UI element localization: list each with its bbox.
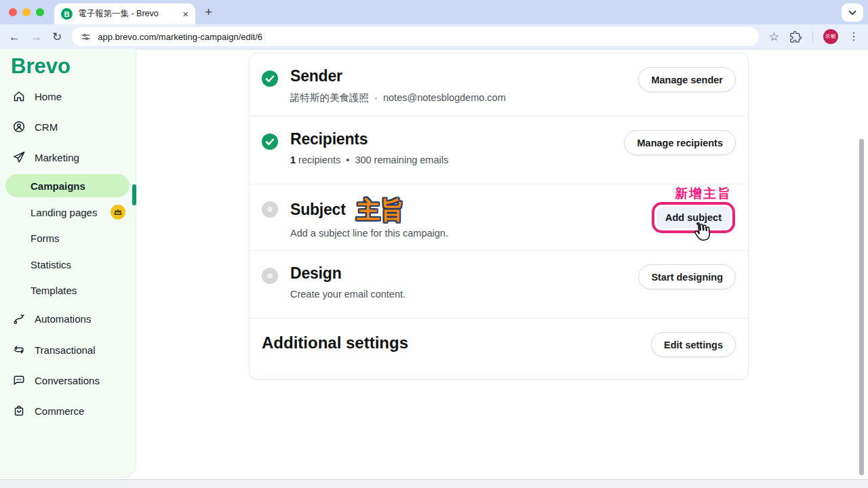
sidebar-label: Marketing [35,152,79,163]
sidebar-label: Landing pages [31,207,97,218]
sidebar-label: Home [35,91,62,102]
manage-sender-button[interactable]: Manage sender [638,67,736,92]
tab-search-chevron-button[interactable] [842,3,863,22]
sender-name: 諾特斯的美食護照 [290,92,369,103]
sidebar-item-landing-pages[interactable]: Landing pages [5,201,130,224]
sidebar-item-forms[interactable]: Forms [5,226,130,249]
sender-step-row: Sender 諾特斯的美食護照 · notes@notesblogdemo.co… [250,54,748,116]
sidebar-label: Templates [31,285,77,296]
hand-cursor-icon [690,221,712,246]
separator: · [374,92,378,103]
recipients-step-row: Recipients 1 recipients • 300 remaining … [250,116,748,184]
start-designing-button[interactable]: Start designing [638,264,736,289]
design-step-row: Design Create your email content. Start … [250,250,748,318]
conversations-chat-icon [12,373,26,387]
recipients-count-label: recipients [298,155,340,165]
browser-menu-icon[interactable]: ⋮ [848,31,859,42]
brevo-favicon-icon: B [61,8,73,20]
sidebar-item-home[interactable]: Home [5,85,130,108]
recipients-count: 1 [290,155,296,165]
remaining-emails: 300 remaining emails [355,155,448,165]
step-complete-check-icon [262,70,278,87]
step-title: Design [290,264,406,283]
sender-email: notes@notesblogdemo.com [383,92,506,103]
bookmark-star-icon[interactable]: ☆ [769,31,779,43]
sidebar-label: Conversations [35,375,100,386]
sender-details: 諾特斯的美食護照 · notes@notesblogdemo.com [290,92,506,104]
sidebar-item-commerce[interactable]: Commerce [5,399,130,422]
sidebar-item-campaigns[interactable]: Campaigns [5,174,130,197]
tab-close-icon[interactable]: × [182,9,189,19]
sidebar-item-marketing[interactable]: Marketing [5,146,130,169]
close-window-button[interactable] [9,8,17,16]
tab-title: 電子報第一集 - Brevo [78,8,177,20]
sidebar-label: Statistics [31,259,71,270]
page-scrollbar[interactable] [859,139,864,475]
chevron-down-icon [848,10,856,16]
subject-step-row: Subject 主旨 Add a subject line for this c… [250,184,748,250]
add-subject-callout-annotation: 新增主旨 [675,185,732,203]
site-settings-tune-icon[interactable] [80,31,92,43]
address-bar[interactable]: app.brevo.com/marketing-campaign/edit/6 [72,27,759,46]
home-icon [12,89,26,103]
automations-flow-icon [12,312,26,325]
manage-recipients-button[interactable]: Manage recipients [624,130,736,155]
sidebar-label: Commerce [35,405,84,417]
active-item-indicator [132,184,136,205]
sender-step-text: Sender 諾特斯的美食護照 · notes@notesblogdemo.co… [290,67,506,116]
sidebar-item-statistics[interactable]: Statistics [5,253,130,276]
back-button[interactable]: ← [9,31,20,43]
premium-crown-icon [111,205,125,220]
sidebar-item-crm[interactable]: CRM [5,115,130,138]
design-description: Create your email content. [290,289,406,300]
step-complete-check-icon [262,134,278,150]
extensions-puzzle-icon[interactable] [789,30,802,43]
reload-button[interactable]: ↻ [52,31,62,43]
sidebar-item-transactional[interactable]: Transactional [5,338,130,361]
minimize-window-button[interactable] [22,8,31,16]
subject-stamp-annotation: 主旨 [357,198,404,222]
sidebar-label: CRM [35,121,58,133]
step-title: Recipients [290,130,448,148]
profile-avatar[interactable]: 示範 [823,29,838,44]
step-todo-circle-icon [262,201,278,218]
step-todo-circle-icon [262,268,278,284]
step-title: Subject [290,201,346,219]
subject-step-text: Subject 主旨 Add a subject line for this c… [290,198,448,250]
recipients-details: 1 recipients • 300 remaining emails [290,155,448,165]
toolbar-divider [812,31,813,43]
new-tab-button[interactable]: + [205,5,212,20]
sidebar-label: Campaigns [31,180,85,192]
design-step-text: Design Create your email content. [290,264,406,318]
additional-settings-title: Additional settings [262,333,408,380]
browser-tab[interactable]: B 電子報第一集 - Brevo × [54,3,195,24]
app-sidebar: Brevo Home CRM Marketing Campaigns Landi… [0,49,136,478]
browser-toolbar: ← → ↻ app.brevo.com/marketing-campaign/e… [0,24,868,49]
browser-tab-strip: B 電子報第一集 - Brevo × + [0,0,868,24]
sidebar-label: Automations [35,313,91,325]
forward-button: → [31,31,42,43]
transactional-swap-icon [12,343,26,357]
brevo-logo[interactable]: Brevo [11,54,71,79]
commerce-bag-icon [12,404,26,418]
sidebar-item-templates[interactable]: Templates [5,279,130,302]
window-bottom-strip [0,479,868,488]
marketing-paper-plane-icon [12,150,26,164]
separator: • [346,155,349,165]
campaign-setup-card: Sender 諾特斯的美食護照 · notes@notesblogdemo.co… [249,53,749,380]
sidebar-item-automations[interactable]: Automations [5,307,130,330]
sidebar-label: Forms [31,232,60,244]
crm-contact-icon [12,120,26,134]
toolbar-actions: ☆ 示範 ⋮ [769,29,859,44]
window-controls [9,8,44,16]
url-text[interactable]: app.brevo.com/marketing-campaign/edit/6 [98,32,262,42]
recipients-step-text: Recipients 1 recipients • 300 remaining … [290,130,448,184]
additional-settings-row: Additional settings Edit settings [250,318,748,380]
subject-description: Add a subject line for this campaign. [290,228,448,239]
step-title: Sender [290,67,506,85]
sidebar-label: Transactional [35,344,96,356]
zoom-window-button[interactable] [36,8,44,16]
sidebar-item-conversations[interactable]: Conversations [5,369,130,392]
edit-settings-button[interactable]: Edit settings [651,332,736,357]
